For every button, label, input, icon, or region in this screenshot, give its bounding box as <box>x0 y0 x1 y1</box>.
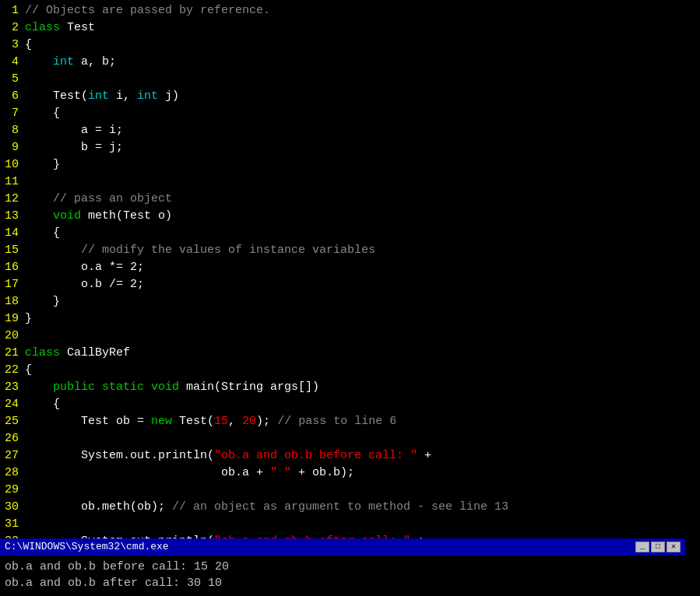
code-line: 2class Test <box>0 20 700 37</box>
line-content <box>25 517 700 533</box>
code-line: 20 <box>0 328 700 345</box>
code-line: 29 <box>0 482 700 500</box>
code-line: 28 ob.a + " " + ob.b); <box>0 465 700 482</box>
code-line: 22{ <box>0 363 700 380</box>
line-content: { <box>25 226 700 242</box>
code-line: 17 o.b /= 2; <box>0 277 700 294</box>
code-line: 15 // modify the values of instance vari… <box>0 243 700 260</box>
line-content: { <box>25 106 700 122</box>
line-content <box>25 174 700 191</box>
line-content: // pass an object <box>25 191 700 208</box>
line-number: 16 <box>0 260 25 276</box>
code-line: 4 int a, b; <box>0 54 700 72</box>
code-line: 7 { <box>0 106 700 123</box>
line-number: 21 <box>0 345 25 362</box>
code-line: 11 <box>0 174 700 191</box>
line-content: Test(int i, int j) <box>25 89 700 105</box>
line-content: b = j; <box>25 140 700 156</box>
code-line: 1// Objects are passed by reference. <box>0 3 700 20</box>
line-number: 22 <box>0 363 25 379</box>
line-number: 26 <box>0 431 25 447</box>
line-number: 11 <box>0 174 25 191</box>
line-number: 10 <box>0 157 25 174</box>
line-content: // Objects are passed by reference. <box>25 3 700 19</box>
line-number: 13 <box>0 209 25 225</box>
line-content: Test ob = new Test(15, 20); // pass to l… <box>25 414 700 430</box>
line-content: void meth(Test o) <box>25 209 700 225</box>
line-content: ob.a + " " + ob.b); <box>25 465 700 482</box>
line-content: } <box>25 311 700 328</box>
line-content <box>25 72 700 88</box>
code-line: 3{ <box>0 37 700 54</box>
cmd-close-button[interactable]: ✕ <box>667 542 681 552</box>
cmd-window: C:\WINDOWS\System32\cmd.exe _ □ ✕ ob.a a… <box>0 538 685 596</box>
line-number: 20 <box>0 328 25 345</box>
line-number: 31 <box>0 517 25 533</box>
line-content: o.b /= 2; <box>25 277 700 293</box>
cmd-output-line: ob.a and ob.b before call: 15 20 <box>5 559 681 575</box>
line-number: 12 <box>0 191 25 208</box>
line-content: // modify the values of instance variabl… <box>25 243 700 259</box>
code-line: 5 <box>0 72 700 89</box>
line-number: 25 <box>0 414 25 430</box>
line-number: 30 <box>0 500 25 516</box>
line-number: 27 <box>0 448 25 465</box>
line-number: 18 <box>0 294 25 310</box>
line-content: class CallByRef <box>25 345 700 362</box>
code-line: 6 Test(int i, int j) <box>0 89 700 106</box>
code-line: 24 { <box>0 397 700 414</box>
code-line: 14 { <box>0 226 700 243</box>
line-number: 14 <box>0 226 25 242</box>
line-content: class Test <box>25 20 700 37</box>
cmd-minimize-button[interactable]: _ <box>635 542 649 552</box>
code-line: 27 System.out.println("ob.a and ob.b bef… <box>0 448 700 465</box>
code-line: 16 o.a *= 2; <box>0 260 700 277</box>
line-number: 4 <box>0 54 25 71</box>
line-content <box>25 431 700 447</box>
cmd-output: ob.a and ob.b before call: 15 20ob.a and… <box>0 556 685 596</box>
code-line: 21class CallByRef <box>0 345 700 363</box>
line-content <box>25 482 700 499</box>
code-line: 8 a = i; <box>0 123 700 140</box>
line-content: { <box>25 397 700 413</box>
code-line: 30 ob.meth(ob); // an object as argument… <box>0 500 700 517</box>
code-line: 10 } <box>0 157 700 174</box>
line-content: public static void main(String args[]) <box>25 380 700 396</box>
cmd-output-line: ob.a and ob.b after call: 30 10 <box>5 575 681 591</box>
line-number: 6 <box>0 89 25 105</box>
cmd-controls: _ □ ✕ <box>635 542 681 552</box>
line-content: { <box>25 37 700 54</box>
line-content: } <box>25 157 700 174</box>
line-number: 9 <box>0 140 25 156</box>
line-content <box>25 328 700 345</box>
line-number: 24 <box>0 397 25 413</box>
line-number: 1 <box>0 3 25 19</box>
code-line: 25 Test ob = new Test(15, 20); // pass t… <box>0 414 700 431</box>
line-content: int a, b; <box>25 54 700 71</box>
line-number: 17 <box>0 277 25 293</box>
cmd-title: C:\WINDOWS\System32\cmd.exe <box>5 540 169 554</box>
line-content: a = i; <box>25 123 700 139</box>
line-number: 23 <box>0 380 25 396</box>
code-line: 9 b = j; <box>0 140 700 157</box>
code-line: 19} <box>0 311 700 328</box>
code-line: 18 } <box>0 294 700 311</box>
line-number: 7 <box>0 106 25 122</box>
line-number: 8 <box>0 123 25 139</box>
line-content: o.a *= 2; <box>25 260 700 276</box>
code-line: 23 public static void main(String args[]… <box>0 380 700 397</box>
code-line: 13 void meth(Test o) <box>0 209 700 226</box>
line-number: 5 <box>0 72 25 88</box>
line-number: 3 <box>0 37 25 54</box>
code-line: 12 // pass an object <box>0 191 700 209</box>
line-number: 19 <box>0 311 25 328</box>
line-content: System.out.println("ob.a and ob.b before… <box>25 448 700 465</box>
line-number: 29 <box>0 482 25 499</box>
cmd-titlebar: C:\WINDOWS\System32\cmd.exe _ □ ✕ <box>0 538 685 556</box>
code-editor: 1// Objects are passed by reference.2cla… <box>0 0 700 596</box>
cmd-maximize-button[interactable]: □ <box>651 542 665 552</box>
line-number: 2 <box>0 20 25 37</box>
line-content: { <box>25 363 700 379</box>
line-content: ob.meth(ob); // an object as argument to… <box>25 500 700 516</box>
line-content: } <box>25 294 700 310</box>
